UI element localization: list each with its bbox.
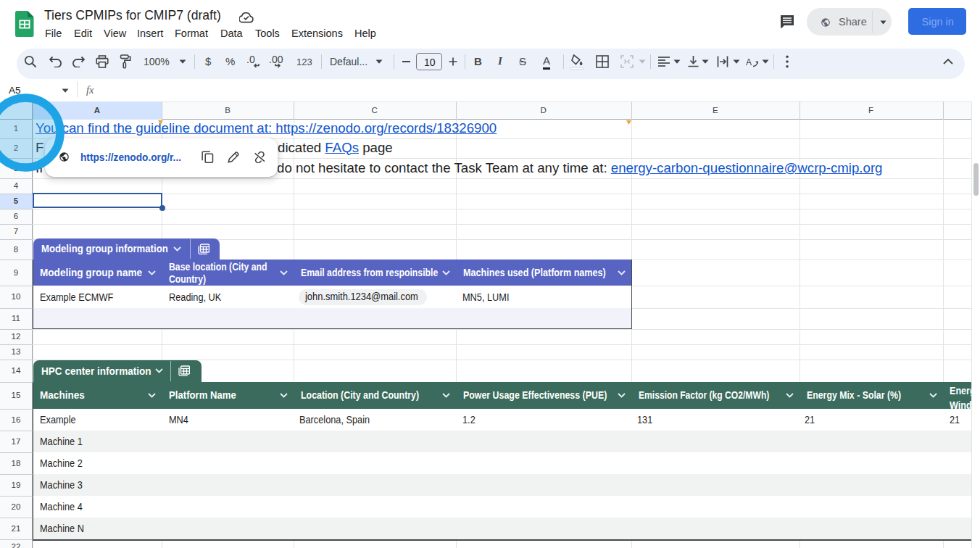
svg-text:A: A <box>746 57 752 67</box>
